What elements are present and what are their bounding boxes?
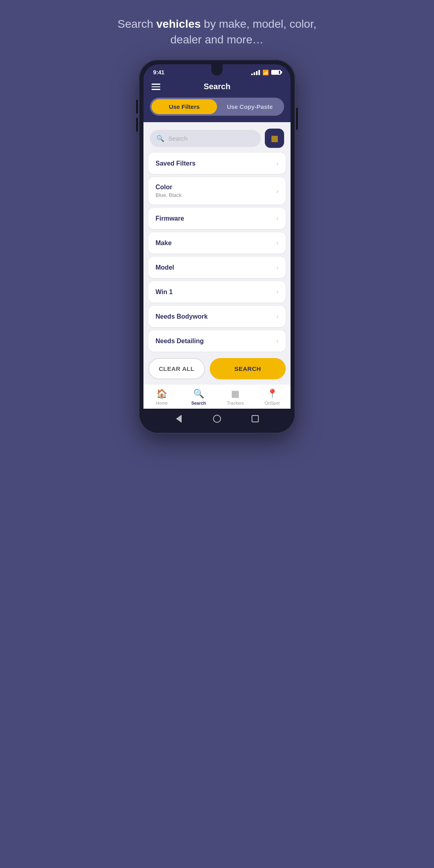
app-header: Search <box>143 78 291 98</box>
use-copy-paste-tab[interactable]: Use Copy-Paste <box>217 99 283 114</box>
firmware-filter-label: Firmware <box>156 215 184 222</box>
saved-filters-item[interactable]: Saved Filters › <box>148 153 286 174</box>
nav-home-label: Home <box>156 401 168 405</box>
home-icon: 🏠 <box>156 389 167 399</box>
search-nav-icon: 🔍 <box>193 389 204 399</box>
search-input[interactable]: Search <box>168 135 188 142</box>
battery-icon <box>271 70 281 75</box>
nav-trackers[interactable]: ▦ Trackers <box>217 385 254 409</box>
nav-trackers-label: Trackers <box>227 401 244 405</box>
nav-onspot-label: OnSpot <box>265 401 280 405</box>
color-filter-label: Color <box>156 184 182 191</box>
status-time: 9:41 <box>153 69 164 76</box>
chevron-icon: › <box>276 288 278 296</box>
make-filter-label: Make <box>156 240 172 247</box>
chevron-icon: › <box>276 337 278 345</box>
chevron-icon: › <box>276 159 278 168</box>
phone-shell: 9:41 📶 Search <box>139 59 295 434</box>
home-android-button[interactable] <box>213 414 221 423</box>
header-title: Search <box>204 82 231 91</box>
onspot-icon: 📍 <box>267 389 278 399</box>
barcode-icon: ▦ <box>271 133 278 143</box>
barcode-scan-button[interactable]: ▦ <box>265 129 284 148</box>
tagline-bold: vehicles <box>156 18 201 30</box>
wifi-icon: 📶 <box>262 70 269 76</box>
menu-button[interactable] <box>151 84 160 90</box>
chevron-icon: › <box>276 187 278 195</box>
trackers-icon: ▦ <box>231 389 240 399</box>
needs-bodywork-filter-item[interactable]: Needs Bodywork › <box>148 306 286 327</box>
search-input-wrapper[interactable]: 🔍 Search <box>150 130 261 147</box>
saved-filters-label: Saved Filters <box>156 160 196 167</box>
bottom-nav: 🏠 Home 🔍 Search ▦ Trackers 📍 OnSpot <box>143 384 291 409</box>
phone-screen: 9:41 📶 Search <box>143 64 291 429</box>
color-filter-item[interactable]: Color Blue, Black › <box>148 177 286 205</box>
needs-detailing-label: Needs Detailing <box>156 338 204 345</box>
win1-filter-label: Win 1 <box>156 289 173 296</box>
clear-all-button[interactable]: CLEAR ALL <box>148 358 205 379</box>
search-icon: 🔍 <box>156 135 164 142</box>
filter-list: Saved Filters › Color Blue, Black › Firm… <box>143 153 291 352</box>
chevron-icon: › <box>276 239 278 247</box>
nav-search-label: Search <box>191 401 206 405</box>
needs-bodywork-label: Needs Bodywork <box>156 313 208 320</box>
toggle-container: Use Filters Use Copy-Paste <box>143 98 291 122</box>
model-filter-label: Model <box>156 264 174 271</box>
toggle-pills: Use Filters Use Copy-Paste <box>150 98 284 116</box>
signal-icon <box>251 70 260 75</box>
make-filter-item[interactable]: Make › <box>148 232 286 254</box>
android-nav-bar <box>143 409 291 429</box>
nav-home[interactable]: 🏠 Home <box>143 385 180 409</box>
phone-notch <box>211 64 223 76</box>
nav-search[interactable]: 🔍 Search <box>180 385 217 409</box>
status-icons: 📶 <box>251 70 281 76</box>
search-bar-container: 🔍 Search ▦ <box>143 122 291 153</box>
model-filter-item[interactable]: Model › <box>148 257 286 278</box>
recents-button[interactable] <box>251 414 260 423</box>
firmware-filter-item[interactable]: Firmware › <box>148 208 286 229</box>
nav-onspot[interactable]: 📍 OnSpot <box>254 385 291 409</box>
chevron-icon: › <box>276 214 278 223</box>
use-filters-tab[interactable]: Use Filters <box>151 99 217 114</box>
needs-detailing-filter-item[interactable]: Needs Detailing › <box>148 330 286 352</box>
search-button[interactable]: SEARCH <box>210 358 286 379</box>
chevron-icon: › <box>276 263 278 272</box>
back-button[interactable] <box>174 414 183 423</box>
color-filter-value: Blue, Black <box>156 192 182 198</box>
chevron-icon: › <box>276 312 278 321</box>
win1-filter-item[interactable]: Win 1 › <box>148 281 286 303</box>
bottom-buttons: CLEAR ALL SEARCH <box>143 352 291 384</box>
page-tagline: Search vehicles by make, model, color, d… <box>117 16 317 47</box>
